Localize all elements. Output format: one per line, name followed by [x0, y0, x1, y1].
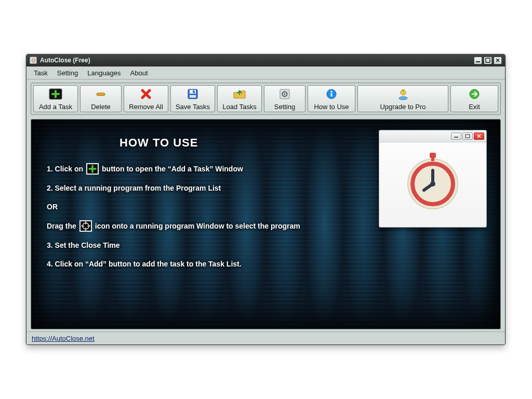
delete-button[interactable]: Delete	[80, 85, 122, 112]
upgrade-icon	[396, 87, 410, 101]
how-to-use-button[interactable]: How to Use	[308, 85, 355, 112]
drag-prefix: Drag the	[47, 221, 76, 231]
remove-all-icon	[139, 87, 153, 101]
toolbar-label: Exit	[469, 103, 480, 111]
toolbar-label: Load Tasks	[222, 103, 257, 111]
svg-point-13	[330, 91, 332, 92]
step3: 3. Set the Close Time	[47, 240, 120, 250]
step1-prefix: 1. Click on	[47, 164, 83, 174]
save-icon	[185, 87, 200, 101]
delete-icon	[94, 87, 108, 101]
menubar: Task Setting Languages About	[26, 66, 505, 79]
toolbar-label: How to Use	[314, 103, 349, 111]
step2: 2. Select a running program from the Pro…	[47, 183, 221, 193]
maximize-button[interactable]	[484, 57, 492, 64]
menu-task[interactable]: Task	[30, 68, 52, 78]
svg-rect-19	[454, 137, 458, 138]
add-task-button[interactable]: Add a Task	[33, 85, 78, 112]
save-tasks-button[interactable]: Save Tasks	[170, 85, 215, 112]
svg-rect-16	[403, 89, 404, 91]
svg-point-14	[399, 97, 407, 100]
how-to-title: HOW TO USE	[119, 136, 364, 150]
how-to-text: HOW TO USE 1. Click on button to open th…	[47, 136, 364, 277]
illus-minimize-icon	[451, 132, 461, 140]
clock-icon	[401, 150, 464, 213]
toolbar-label: Delete	[91, 103, 111, 111]
illustration	[379, 130, 487, 228]
settings-icon	[277, 87, 292, 101]
app-window: AutoClose (Free) Task Setting Languages …	[26, 54, 506, 345]
info-icon	[324, 87, 339, 101]
step1-suffix: button to open the “Add a Task” Window	[102, 164, 243, 174]
upgrade-button[interactable]: Upgrade to Pro	[357, 85, 448, 112]
toolbar-label: Add a Task	[39, 103, 72, 111]
titlebar[interactable]: AutoClose (Free)	[26, 55, 505, 66]
step-or: OR	[47, 202, 58, 212]
illus-maximize-icon	[462, 132, 473, 140]
target-icon-inline	[79, 220, 92, 232]
step4: 4. Click on “Add” button to add the task…	[47, 259, 242, 269]
content-area: HOW TO USE 1. Click on button to open th…	[31, 119, 501, 329]
load-icon	[232, 87, 247, 101]
svg-rect-3	[97, 93, 105, 96]
app-icon	[30, 57, 37, 64]
exit-icon	[467, 87, 482, 101]
add-icon-inline	[86, 163, 99, 175]
svg-rect-6	[193, 90, 195, 93]
toolbar-label: Upgrade to Pro	[380, 103, 425, 111]
toolbar: Add a Task Delete Remove All	[31, 83, 501, 115]
add-task-icon	[48, 87, 63, 101]
window-title: AutoClose (Free)	[40, 57, 90, 64]
svg-rect-25	[431, 157, 434, 161]
illus-close-icon	[474, 132, 484, 140]
svg-point-26	[430, 181, 435, 187]
toolbar-label: Setting	[274, 103, 295, 111]
menu-languages[interactable]: Languages	[83, 68, 125, 78]
drag-suffix: icon onto a running program Window to se…	[95, 221, 300, 231]
menu-setting[interactable]: Setting	[53, 68, 82, 78]
close-button[interactable]	[494, 57, 502, 64]
footer-bar: https://AutoClose.net	[26, 331, 505, 344]
toolbar-label: Remove All	[129, 103, 163, 111]
svg-rect-0	[476, 61, 480, 62]
svg-rect-12	[331, 93, 332, 97]
remove-all-button[interactable]: Remove All	[124, 85, 168, 112]
svg-point-10	[284, 94, 286, 95]
exit-button[interactable]: Exit	[450, 85, 498, 112]
setting-button[interactable]: Setting	[264, 85, 305, 112]
footer-link[interactable]: https://AutoClose.net	[32, 335, 95, 342]
svg-rect-7	[190, 95, 196, 98]
menu-about[interactable]: About	[126, 68, 152, 78]
svg-rect-1	[486, 58, 490, 62]
svg-rect-20	[466, 135, 470, 138]
toolbar-label: Save Tasks	[176, 103, 210, 111]
load-tasks-button[interactable]: Load Tasks	[217, 85, 262, 112]
minimize-button[interactable]	[474, 57, 482, 64]
